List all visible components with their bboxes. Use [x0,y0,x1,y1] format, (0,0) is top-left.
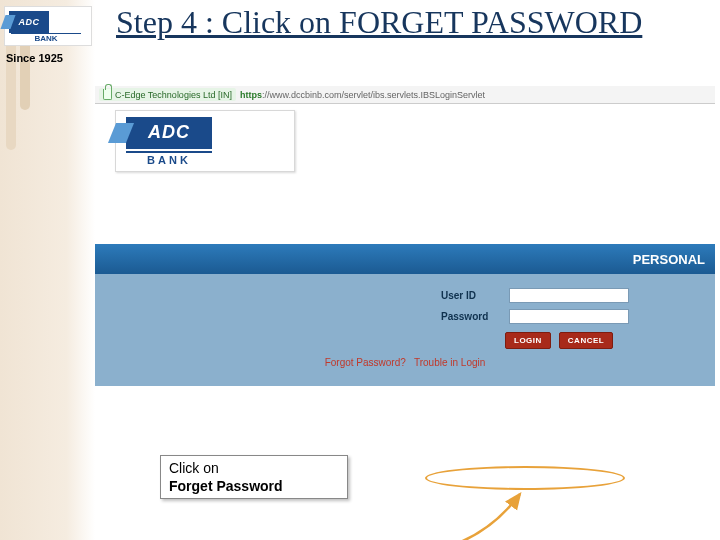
adc-badge-large-icon: ADC [126,117,212,149]
site-logo-text: ADC [148,122,190,143]
highlight-ellipse-icon [425,466,625,490]
login-section: PERSONAL User ID Password LOGIN CANCEL F… [95,244,715,386]
forgot-password-link[interactable]: Forgot Password? [325,357,406,368]
login-body: User ID Password LOGIN CANCEL Forgot Pas… [95,274,715,386]
login-button[interactable]: LOGIN [505,332,551,349]
cancel-button[interactable]: CANCEL [559,332,613,349]
callout-line2: Forget Password [169,478,339,496]
callout-arrow-icon [425,486,545,540]
login-header: PERSONAL [95,244,715,274]
password-row: Password [441,309,715,324]
since-label: Since 1925 [6,52,63,64]
button-row: LOGIN CANCEL [505,332,715,349]
url-path: ://www.dccbinb.com/servlet/ibs.servlets.… [262,90,485,100]
lock-icon [103,89,112,100]
user-id-row: User ID [441,288,715,303]
step-title: Step 4 : Click on FORGET PASSWORD [116,4,642,41]
url-display: https://www.dccbinb.com/servlet/ibs.serv… [240,90,485,100]
instruction-callout: Click on Forget Password [160,455,348,499]
callout-line1: Click on [169,460,339,478]
slide-sidebar: ADC BANK Since 1925 [0,0,95,540]
logo-subtext: BANK [11,33,81,43]
user-id-label: User ID [441,290,501,301]
browser-screenshot: C-Edge Technologies Ltd [IN] https://www… [95,86,715,466]
password-input[interactable] [509,309,629,324]
user-id-input[interactable] [509,288,629,303]
trouble-login-link[interactable]: Trouble in Login [414,357,485,368]
url-scheme: https [240,90,262,100]
site-logo-sub: BANK [126,151,212,166]
address-bar: C-Edge Technologies Ltd [IN] https://www… [95,86,715,104]
site-logo: ADC BANK [115,110,295,172]
ssl-cert-badge: C-Edge Technologies Ltd [IN] [99,88,236,101]
logo-text: ADC [19,17,40,27]
helper-links: Forgot Password? Trouble in Login [95,357,715,376]
password-label: Password [441,311,501,322]
adc-logo-small: ADC BANK [4,6,92,46]
adc-badge-icon: ADC [9,11,49,33]
cert-label: C-Edge Technologies Ltd [IN] [115,90,232,100]
